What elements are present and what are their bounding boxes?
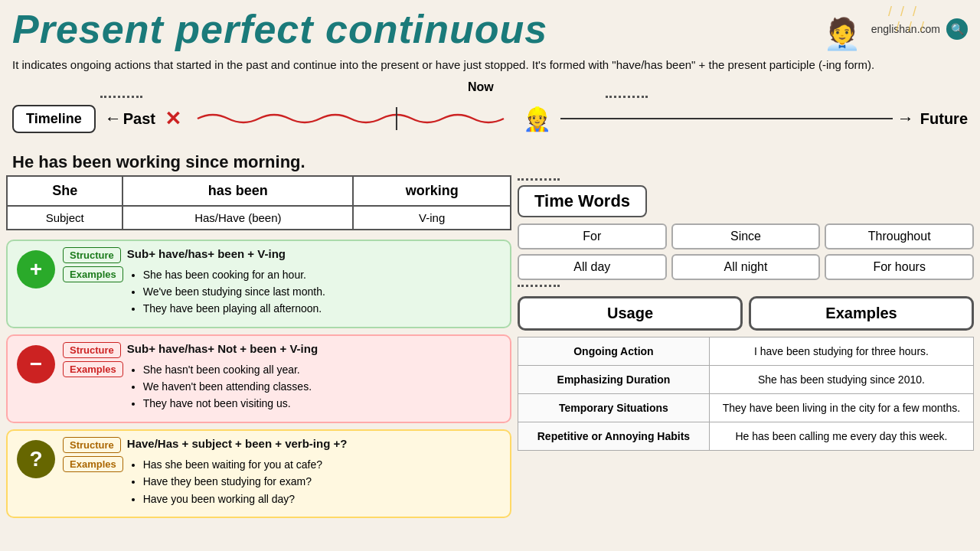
- positive-structure-box: + Structure Sub+ have/has+ been + V-ing …: [6, 240, 511, 328]
- table-row: Repetitive or Annoying Habits He has bee…: [518, 422, 974, 450]
- question-structure-box: ? Structure Have/Has + subject + been + …: [6, 429, 511, 518]
- positive-examples-label: Examples: [63, 266, 123, 282]
- grammar-header-0: She: [7, 176, 122, 206]
- grammar-table: She has been working Subject Has/Have (b…: [6, 175, 511, 230]
- positive-struct-label: Structure: [63, 247, 121, 263]
- list-item: They have not been visiting us.: [143, 395, 312, 412]
- table-row: Ongoing Action I have been studying for …: [518, 337, 974, 365]
- usage-table: Ongoing Action I have been studying for …: [518, 337, 974, 451]
- positive-struct-row: Structure Sub+ have/has+ been + V-ing: [63, 247, 501, 263]
- list-item: She has been cooking for an hour.: [143, 266, 325, 283]
- usage-example-2: They have been living in the city for a …: [709, 393, 973, 422]
- negative-icon: −: [17, 345, 55, 383]
- list-item: They have been playing all afternoon.: [143, 300, 325, 317]
- right-panel: Time Words For Since Throughout All day …: [518, 175, 974, 522]
- usage-label-3: Repetitive or Annoying Habits: [518, 422, 710, 450]
- time-word-for: For: [518, 223, 667, 249]
- future-label: Future: [920, 110, 968, 128]
- list-item: We've been studying since last month.: [143, 283, 325, 300]
- dotted-bottom-right: [518, 285, 560, 287]
- grammar-cell-0: Subject: [7, 206, 122, 230]
- table-row: Emphasizing Duration She has been studyi…: [518, 365, 974, 393]
- usage-example-3: He has been calling me every day this we…: [709, 422, 973, 450]
- time-word-throughout: Throughout: [825, 223, 974, 249]
- question-content: Structure Have/Has + subject + been + ve…: [63, 437, 501, 510]
- deco-lines-top: / / /: [888, 4, 919, 20]
- negative-examples-row: Examples She hasn't been cooking all yea…: [63, 361, 501, 412]
- negative-structure-box: − Structure Sub+ have/has+ Not + been + …: [6, 334, 511, 423]
- now-label: Now: [468, 80, 494, 94]
- time-words-title: Time Words: [518, 185, 647, 217]
- time-words-grid: For Since Throughout All day All night F…: [518, 223, 974, 280]
- negative-struct-row: Structure Sub+ have/has+ Not + been + V-…: [63, 342, 501, 358]
- positive-formula: Sub+ have/has+ been + V-ing: [127, 247, 286, 260]
- grammar-header-2: working: [353, 176, 511, 206]
- list-item: We haven't been attending classes.: [143, 378, 312, 395]
- time-word-since: Since: [671, 223, 821, 249]
- past-label: Past: [123, 110, 155, 128]
- grammar-cell-1: Has/Have (been): [122, 206, 353, 230]
- timeline-label: Timeline: [12, 105, 96, 133]
- list-item: Have you been working all day?: [143, 491, 322, 507]
- description-text: It indicates ongoing actions that starte…: [0, 55, 980, 79]
- usage-label-0: Ongoing Action: [518, 337, 710, 365]
- time-word-forhours: For hours: [825, 254, 974, 280]
- wavy-line-svg: [185, 107, 517, 130]
- deco-lines-top2: / / /: [896, 19, 926, 35]
- usage-label-1: Emphasizing Duration: [518, 365, 710, 393]
- time-word-allnight: All night: [671, 254, 821, 280]
- question-icon: ?: [17, 440, 55, 478]
- main-sentence: He has been working since morning.: [0, 149, 980, 175]
- page-title: Present perfect continuous: [12, 6, 547, 52]
- table-row: Temporary Situations They have been livi…: [518, 393, 974, 422]
- negative-content: Structure Sub+ have/has+ Not + been + V-…: [63, 342, 501, 416]
- positive-content: Structure Sub+ have/has+ been + V-ing Ex…: [63, 247, 501, 321]
- question-examples-list: Has she been waiting for you at cafe? Ha…: [129, 456, 322, 507]
- time-words-section: Time Words For Since Throughout All day …: [518, 175, 974, 290]
- search-icon[interactable]: 🔍: [946, 18, 968, 40]
- dotted-line-left: [100, 96, 142, 98]
- negative-examples-list: She hasn't been cooking all year. We hav…: [129, 361, 312, 412]
- list-item: She hasn't been cooking all year.: [143, 361, 312, 378]
- question-examples-row: Examples Has she been waiting for you at…: [63, 456, 501, 507]
- usage-example-0: I have been studying for three hours.: [709, 337, 973, 365]
- positive-examples-row: Examples She has been cooking for an hou…: [63, 266, 501, 318]
- time-word-allday: All day: [518, 254, 667, 280]
- character-icon: 🧑‍💼: [819, 6, 865, 52]
- usage-example-1: She has been studying since 2010.: [709, 365, 973, 393]
- dotted-top-right: [518, 178, 560, 181]
- content-area: She has been working Subject Has/Have (b…: [0, 175, 980, 522]
- question-struct-label: Structure: [63, 437, 121, 453]
- negative-formula: Sub+ have/has+ Not + been + V-ing: [127, 342, 318, 355]
- usage-examples-header: Usage Examples: [518, 296, 974, 331]
- list-item: Have they been studying for exam?: [143, 473, 322, 490]
- question-formula: Have/Has + subject + been + verb-ing +?: [127, 437, 348, 450]
- structure-section: + Structure Sub+ have/has+ been + V-ing …: [6, 236, 511, 522]
- negative-struct-label: Structure: [63, 342, 121, 358]
- header: Present perfect continuous 🧑‍💼 englishan…: [0, 0, 980, 55]
- list-item: Has she been waiting for you at cafe?: [143, 456, 322, 473]
- question-struct-row: Structure Have/Has + subject + been + ve…: [63, 437, 501, 453]
- positive-examples-list: She has been cooking for an hour. We've …: [129, 266, 325, 318]
- examples-header-box: Examples: [749, 296, 974, 331]
- usage-header-box: Usage: [518, 296, 743, 331]
- usage-label-2: Temporary Situations: [518, 393, 710, 422]
- negative-examples-label: Examples: [63, 361, 123, 377]
- grammar-header-1: has been: [122, 176, 353, 206]
- positive-icon: +: [17, 250, 55, 289]
- question-examples-label: Examples: [63, 456, 123, 472]
- left-panel: She has been working Subject Has/Have (b…: [6, 175, 511, 522]
- grammar-cell-2: V-ing: [353, 206, 511, 230]
- dotted-line-right: [606, 96, 648, 98]
